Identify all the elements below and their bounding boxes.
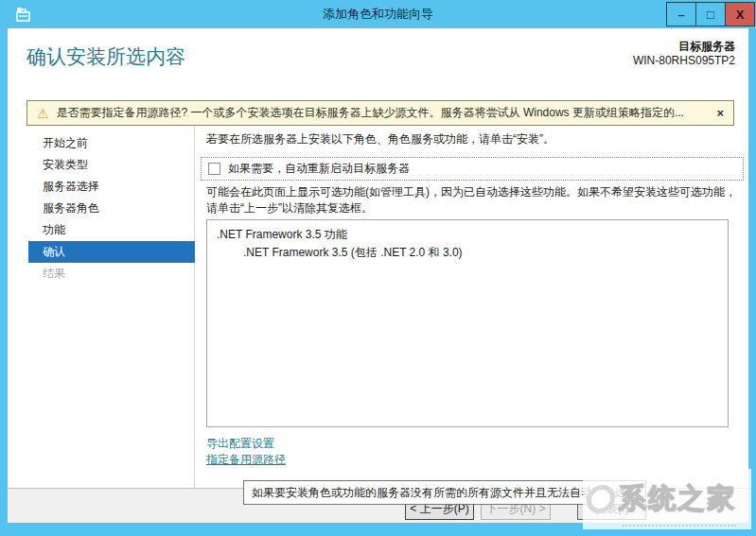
sidebar-item-server-selection[interactable]: 服务器选择: [28, 176, 195, 198]
specify-source-path-link[interactable]: 指定备用源路径: [206, 452, 286, 468]
minimize-button[interactable]: –: [666, 2, 696, 26]
sidebar-item-before-you-begin[interactable]: 开始之前: [28, 132, 195, 154]
watermark-overlay: 系统之家: [583, 469, 751, 529]
target-server-block: 目标服务器 WIN-80RHS095TP2: [633, 40, 735, 68]
warning-close-icon[interactable]: ×: [716, 106, 724, 120]
sidebar-item-results: 结果: [28, 263, 195, 285]
sidebar-item-features[interactable]: 功能: [28, 219, 195, 241]
feature-item: .NET Framework 3.5 功能: [217, 226, 718, 244]
optional-features-note: 可能会在此页面上显示可选功能(如管理工具)，因为已自动选择这些功能。如果不希望安…: [206, 184, 742, 216]
export-settings-link[interactable]: 导出配置设置: [206, 436, 286, 452]
page-title: 确认安装所选内容: [26, 43, 185, 70]
window-controls: – □ X: [667, 2, 755, 26]
watermark-text: 系统之家: [619, 480, 736, 518]
warning-banner: ⚠ 是否需要指定备用源路径? 一个或多个安装选项在目标服务器上缺少源文件。服务器…: [26, 100, 734, 126]
restart-checkbox[interactable]: [208, 163, 220, 175]
wizard-window: 添加角色和功能向导 – □ X 确认安装所选内容 目标服务器 WIN-80RHS…: [0, 0, 756, 536]
selected-features-list[interactable]: .NET Framework 3.5 功能 .NET Framework 3.5…: [206, 219, 729, 427]
wizard-steps-sidebar: 开始之前 安装类型 服务器选择 服务器角色 功能 确认 结果: [8, 126, 195, 488]
restart-option-row[interactable]: 如果需要，自动重新启动目标服务器: [201, 157, 744, 181]
sidebar-item-server-roles[interactable]: 服务器角色: [28, 198, 195, 219]
warning-text: 是否需要指定备用源路径? 一个或多个安装选项在目标服务器上缺少源文件。服务器将尝…: [57, 105, 708, 121]
feature-item: .NET Framework 3.5 (包括 .NET 2.0 和 3.0): [217, 244, 718, 262]
target-server-name: WIN-80RHS095TP2: [633, 54, 735, 68]
maximize-button[interactable]: □: [695, 2, 726, 26]
confirmation-content: 若要在所选服务器上安装以下角色、角色服务或功能，请单击“安装”。 如果需要，自动…: [195, 126, 748, 488]
wizard-panel: 确认安装所选内容 目标服务器 WIN-80RHS095TP2 ⚠ 是否需要指定备…: [8, 28, 748, 523]
watermark-logo-icon: [585, 485, 617, 513]
window-title: 添加角色和功能向导: [0, 0, 756, 28]
watermark-url-dots: [623, 525, 736, 527]
action-links: 导出配置设置 指定备用源路径: [206, 436, 286, 468]
sidebar-item-confirmation[interactable]: 确认: [28, 241, 195, 263]
intro-text: 若要在所选服务器上安装以下角色、角色服务或功能，请单击“安装”。: [206, 131, 739, 147]
close-button[interactable]: X: [725, 2, 755, 26]
sidebar-item-installation-type[interactable]: 安装类型: [28, 154, 195, 176]
titlebar: 添加角色和功能向导 – □ X: [0, 0, 756, 28]
restart-checkbox-label[interactable]: 如果需要，自动重新启动目标服务器: [228, 161, 410, 177]
warning-icon: ⚠: [37, 107, 49, 120]
target-server-label: 目标服务器: [633, 40, 735, 54]
